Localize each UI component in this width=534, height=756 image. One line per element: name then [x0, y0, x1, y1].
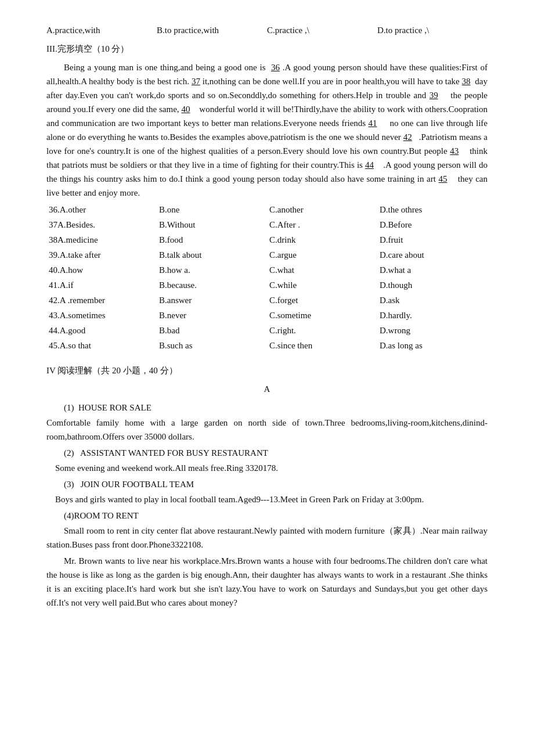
top-choices-row: A.practice,with B.to practice,with C.pra…: [46, 23, 488, 37]
mc-cell-44-c: C.right.: [267, 323, 377, 338]
mc-cell-44-d: D.wrong: [377, 323, 488, 338]
mc-row-39: 39.A.take afterB.talk aboutC.argueD.care…: [46, 247, 488, 262]
ad3-text: Boys and girls wanted to play in local f…: [46, 492, 488, 506]
mc-cell-38-d: D.fruit: [377, 232, 488, 247]
mc-cell-38-b: B.food: [157, 232, 267, 247]
mc-cell-40-d: D.what a: [377, 262, 488, 278]
mc-cell-43-a: 43.A.sometimes: [46, 308, 157, 323]
blank42: 42: [403, 132, 412, 142]
ad2-num: (2): [64, 448, 80, 458]
blank39: 39: [430, 91, 438, 100]
blank40: 40: [182, 105, 190, 114]
ad1-num: (1): [64, 403, 78, 412]
section3-title: III.完形填空（10 分）: [46, 42, 488, 56]
reading-passage: Mr. Brown wants to live near his workpla…: [46, 554, 488, 610]
mc-cell-38-a: 38A.medicine: [46, 232, 157, 247]
ad4-title: ROOM TO RENT: [74, 511, 139, 520]
mc-table: 36.A.otherB.oneC.anotherD.the othres37A.…: [46, 202, 488, 353]
mc-cell-43-d: D.hardly.: [377, 308, 488, 323]
ad4-heading: (4)ROOM TO RENT: [46, 509, 488, 523]
mc-cell-37-b: B.Without: [157, 217, 267, 232]
section4: IV 阅读理解（共 20 小题，40 分） A (1) HOUSE ROR SA…: [46, 363, 488, 610]
mc-cell-42-a: 42.A .remember: [46, 293, 157, 308]
mc-row-38: 38A.medicineB.foodC.drinkD.fruit: [46, 232, 488, 247]
blank43: 43: [450, 146, 459, 156]
mc-cell-42-b: B.answer: [157, 293, 267, 308]
ad4-text: Small room to rent in city center flat a…: [46, 524, 488, 552]
blank41: 41: [369, 118, 377, 128]
mc-cell-41-b: B.because.: [157, 278, 267, 293]
mc-cell-43-c: C.sometime: [267, 308, 377, 323]
mc-cell-40-c: C.what: [267, 262, 377, 278]
mc-cell-45-d: D.as long as: [377, 338, 488, 353]
section4-label: A: [46, 382, 488, 396]
mc-cell-36-d: D.the othres: [377, 202, 488, 217]
mc-cell-42-c: C.forget: [267, 293, 377, 308]
mc-cell-40-a: 40.A.how: [46, 262, 157, 278]
mc-cell-37-c: C.After .: [267, 217, 377, 232]
ad1-title: HOUSE ROR SALE: [78, 403, 151, 412]
mc-row-43: 43.A.sometimesB.neverC.sometimeD.hardly.: [46, 308, 488, 323]
mc-cell-45-c: C.since then: [267, 338, 377, 353]
mc-cell-41-d: D.though: [377, 278, 488, 293]
mc-cell-37-d: D.Before: [377, 217, 488, 232]
choice-d: D.to practice ,\: [377, 23, 482, 37]
ad4-num: (4): [64, 511, 74, 520]
ad3-heading: (3) JOIN OUR FOOTBALL TEAM: [46, 477, 488, 491]
mc-cell-39-d: D.care about: [377, 247, 488, 262]
ad1-text: Comfortable family home with a large gar…: [46, 416, 488, 444]
blank38: 38: [462, 77, 471, 86]
mc-row-42: 42.A .rememberB.answerC.forgetD.ask: [46, 293, 488, 308]
ad3-title: JOIN OUR FOOTBALL TEAM: [81, 480, 194, 489]
mc-row-36: 36.A.otherB.oneC.anotherD.the othres: [46, 202, 488, 217]
mc-cell-37-a: 37A.Besides.: [46, 217, 157, 232]
ad2-text: Some evening and weekend work.All meals …: [46, 461, 488, 475]
mc-cell-42-d: D.ask: [377, 293, 488, 308]
section3: III.完形填空（10 分） Being a young man is one …: [46, 42, 488, 353]
mc-cell-45-b: B.such as: [157, 338, 267, 353]
mc-cell-44-a: 44.A.good: [46, 323, 157, 338]
mc-row-40: 40.A.howB.how a.C.whatD.what a: [46, 262, 488, 278]
mc-cell-36-c: C.another: [267, 202, 377, 217]
mc-row-41: 41.A.ifB.because.C.whileD.though: [46, 278, 488, 293]
section4-title: IV 阅读理解（共 20 小题，40 分）: [46, 363, 488, 377]
mc-row-37: 37A.Besides.B.WithoutC.After .D.Before: [46, 217, 488, 232]
blank37: 37: [192, 77, 200, 86]
mc-cell-39-a: 39.A.take after: [46, 247, 157, 262]
mc-cell-36-b: B.one: [157, 202, 267, 217]
ad2-title: ASSISTANT WANTED FOR BUSY RESTAURANT: [80, 448, 268, 458]
mc-cell-36-a: 36.A.other: [46, 202, 157, 217]
mc-row-45: 45.A.so thatB.such asC.since thenD.as lo…: [46, 338, 488, 353]
mc-cell-44-b: B.bad: [157, 323, 267, 338]
ad1-heading: (1) HOUSE ROR SALE: [46, 401, 488, 415]
mc-cell-41-a: 41.A.if: [46, 278, 157, 293]
mc-cell-43-b: B.never: [157, 308, 267, 323]
mc-cell-45-a: 45.A.so that: [46, 338, 157, 353]
ad2-heading: (2) ASSISTANT WANTED FOR BUSY RESTAURANT: [46, 446, 488, 460]
mc-cell-39-b: B.talk about: [157, 247, 267, 262]
mc-cell-41-c: C.while: [267, 278, 377, 293]
reading-section: (1) HOUSE ROR SALE Comfortable family ho…: [46, 401, 488, 610]
mc-cell-39-c: C.argue: [267, 247, 377, 262]
choice-b: B.to practice,with: [157, 23, 261, 37]
mc-cell-40-b: B.how a.: [157, 262, 267, 278]
page-content: A.practice,with B.to practice,with C.pra…: [46, 23, 488, 610]
blank45: 45: [439, 174, 448, 183]
blank44: 44: [365, 160, 374, 170]
mc-cell-38-c: C.drink: [267, 232, 377, 247]
choice-c: C.practice ,\: [267, 23, 371, 37]
passage-paragraph: Being a young man is one thing,and being…: [46, 60, 488, 200]
choice-a: A.practice,with: [46, 23, 151, 37]
ad3-num: (3): [64, 480, 81, 489]
mc-row-44: 44.A.goodB.badC.right.D.wrong: [46, 323, 488, 338]
